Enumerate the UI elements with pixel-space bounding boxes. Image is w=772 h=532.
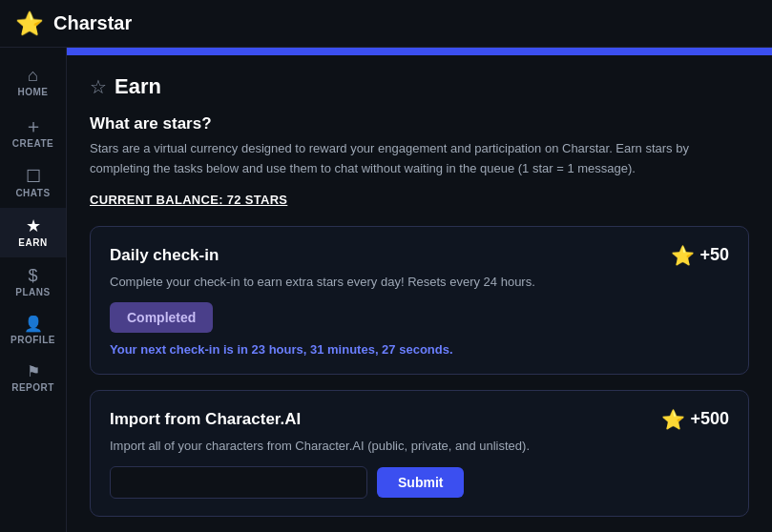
import-desc: Import all of your characters from Chara… [110, 439, 729, 453]
reward-star-import-icon: ⭐ [661, 408, 685, 431]
import-row: Submit [110, 466, 729, 499]
card-header: Daily check-in ⭐ +50 [110, 244, 729, 267]
profile-icon: 👤 [24, 317, 43, 332]
earn-header: ☆ Earn [90, 74, 749, 99]
sidebar: ⌂ HOME ＋ CREATE ☐ CHATS ★ EARN $ PLANS 👤… [0, 48, 67, 532]
import-input[interactable] [110, 466, 367, 499]
checkin-desc: Complete your check-in to earn extra sta… [110, 275, 729, 289]
completed-button[interactable]: Completed [110, 302, 213, 333]
reward-amount-import: +500 [690, 409, 729, 429]
plans-icon: $ [28, 267, 37, 284]
sidebar-label-chats: CHATS [15, 188, 50, 198]
chats-icon: ☐ [26, 168, 41, 185]
reward-star-icon: ⭐ [671, 244, 695, 267]
sidebar-label-report: REPORT [11, 382, 54, 393]
import-card-header: Import from Character.AI ⭐ +500 [110, 408, 729, 431]
sidebar-label-plans: PLANS [15, 287, 50, 297]
card-reward-import: ⭐ +500 [661, 408, 729, 431]
reward-amount-checkin: +50 [699, 245, 729, 265]
next-checkin-text: Your next check-in is in 23 hours, 31 mi… [110, 342, 729, 357]
page-content: ☆ Earn What are stars? Stars are a virtu… [67, 55, 772, 532]
card-reward-checkin: ⭐ +50 [671, 244, 729, 267]
import-character-ai-card: Import from Character.AI ⭐ +500 Import a… [90, 390, 749, 517]
what-are-stars-title: What are stars? [90, 114, 749, 133]
current-balance: CURRENT BALANCE: 72 STARS [90, 193, 749, 207]
create-icon: ＋ [24, 116, 43, 135]
content-area: ☆ Earn What are stars? Stars are a virtu… [67, 48, 772, 532]
page-title: Earn [115, 74, 161, 99]
sidebar-label-earn: EARN [18, 237, 47, 248]
app-title: Charstar [53, 12, 132, 34]
sidebar-label-home: HOME [18, 87, 49, 97]
topbar: ⭐ Charstar [0, 0, 772, 48]
sidebar-item-profile[interactable]: 👤 PROFILE [0, 307, 66, 355]
main-layout: ⌂ HOME ＋ CREATE ☐ CHATS ★ EARN $ PLANS 👤… [0, 48, 772, 532]
earn-star-icon: ☆ [90, 75, 107, 98]
accent-bar [67, 48, 772, 55]
logo-star-icon: ⭐ [15, 10, 44, 37]
what-are-stars-desc: Stars are a virtual currency designed to… [90, 139, 729, 179]
earn-icon: ★ [26, 217, 41, 235]
sidebar-item-chats[interactable]: ☐ CHATS [0, 158, 66, 208]
report-icon: ⚑ [27, 364, 40, 379]
submit-button[interactable]: Submit [377, 467, 464, 498]
sidebar-item-plans[interactable]: $ PLANS [0, 257, 66, 307]
sidebar-label-profile: PROFILE [10, 335, 55, 345]
card-title-import: Import from Character.AI [110, 410, 301, 429]
sidebar-item-report[interactable]: ⚑ REPORT [0, 355, 66, 402]
card-title-checkin: Daily check-in [110, 246, 219, 265]
sidebar-item-earn[interactable]: ★ EARN [0, 208, 66, 257]
sidebar-item-home[interactable]: ⌂ HOME [0, 57, 66, 107]
daily-checkin-card: Daily check-in ⭐ +50 Complete your check… [90, 226, 749, 375]
sidebar-item-create[interactable]: ＋ CREATE [0, 107, 66, 158]
sidebar-label-create: CREATE [12, 138, 53, 149]
home-icon: ⌂ [28, 67, 38, 84]
